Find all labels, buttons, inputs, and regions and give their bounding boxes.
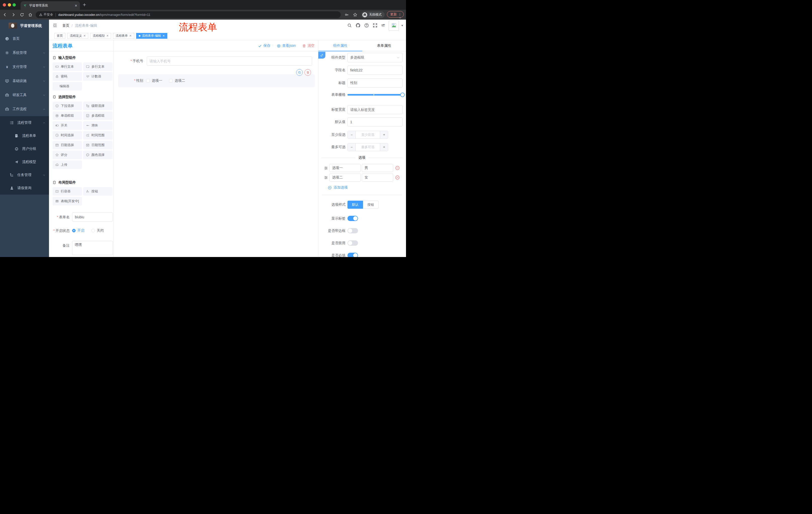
toggle-是否必填[interactable]	[347, 253, 358, 257]
new-tab-button[interactable]	[82, 3, 86, 7]
palette-item-日期选择[interactable]: 日期选择	[53, 141, 82, 150]
tag-close-icon[interactable]: ✕	[83, 34, 86, 37]
palette-item-下拉选择[interactable]: 下拉选择	[53, 102, 82, 110]
palette-item-时间范围[interactable]: 时间范围	[83, 131, 113, 140]
palette-item-滑块[interactable]: 滑块	[83, 121, 113, 130]
palette-item-行容器[interactable]: 行容器	[53, 187, 82, 196]
tag-close-icon[interactable]: ✕	[163, 34, 165, 37]
component-type-select[interactable]: 多选框组	[347, 53, 403, 62]
fullscreen-icon[interactable]	[373, 23, 377, 28]
tag-close-icon[interactable]: ✕	[106, 34, 109, 37]
style-default-button[interactable]: 默认	[347, 201, 363, 209]
phone-field-input[interactable]	[147, 56, 312, 65]
palette-item-时间选择[interactable]: 时间选择	[53, 131, 82, 140]
status-off-radio[interactable]: 关闭	[91, 228, 104, 233]
palette-item-编辑器[interactable]: 编辑器	[53, 82, 82, 90]
browser-update-button[interactable]: 更新	[387, 11, 404, 18]
bookmark-star-icon[interactable]	[353, 12, 357, 17]
sidebar-item-工作流程[interactable]: 工作流程	[0, 102, 49, 116]
back-icon[interactable]	[3, 12, 7, 17]
title-input[interactable]	[347, 78, 403, 87]
field-name-input[interactable]	[347, 65, 403, 75]
sidebar-item-首页[interactable]: 首页	[0, 32, 49, 46]
font-size-icon[interactable]: ᴛT	[381, 23, 385, 27]
stepper-plus-button[interactable]: ＋	[380, 143, 388, 151]
selected-component-gender[interactable]: *性别 选项一 选项二	[118, 74, 315, 87]
drag-handle-icon[interactable]	[324, 166, 328, 170]
palette-item-按钮[interactable]: 按钮	[83, 187, 113, 196]
browser-tab[interactable]: 芋道管理系统 ✕	[21, 1, 80, 10]
tag-流程表单-编辑[interactable]: 流程表单-编辑✕	[136, 33, 167, 39]
palette-item-计数器[interactable]: 123计数器	[83, 72, 113, 81]
palette-item-级联选择[interactable]: 级联选择	[83, 102, 113, 110]
gender-option-2-checkbox[interactable]: 选项二	[169, 78, 185, 83]
password-key-icon[interactable]	[345, 12, 349, 17]
sidebar-item-研发工具[interactable]: 研发工具	[0, 88, 49, 102]
toggle-显示标签[interactable]	[347, 216, 358, 221]
tag-首页[interactable]: 首页	[54, 33, 65, 39]
help-icon[interactable]	[364, 23, 369, 28]
drag-handle-icon[interactable]	[324, 176, 328, 180]
search-icon[interactable]	[347, 23, 352, 28]
sidebar-item-流程管理[interactable]: 流程管理	[0, 116, 49, 129]
sidebar-item-基础设施[interactable]: 基础设施	[0, 74, 49, 88]
palette-item-单选框组[interactable]: 单选框组	[53, 111, 82, 120]
form-remark-textarea[interactable]: 嘿嘿	[72, 241, 113, 255]
tag-流程表单[interactable]: 流程表单✕	[113, 33, 134, 39]
toggle-是否禁用[interactable]	[347, 240, 358, 246]
option-label-input[interactable]	[329, 173, 361, 182]
palette-item-评分[interactable]: 评分	[53, 151, 82, 159]
option-value-input[interactable]	[362, 164, 393, 172]
copy-component-button[interactable]	[296, 69, 303, 76]
option-label-input[interactable]	[329, 164, 361, 172]
toggle-是否带边框[interactable]	[347, 228, 358, 233]
github-icon[interactable]	[356, 23, 360, 28]
option-value-input[interactable]	[362, 173, 393, 182]
avatar[interactable]	[389, 20, 399, 31]
form-grid-slider[interactable]	[347, 91, 403, 99]
stepper-minus-button[interactable]: −	[348, 143, 356, 151]
min-select-placeholder[interactable]: 至少应选	[356, 131, 380, 139]
palette-item-单行文本[interactable]: 单行文本	[53, 62, 82, 71]
max-select-placeholder[interactable]: 最多可选	[356, 143, 380, 151]
avatar-caret-icon[interactable]: ▼	[401, 24, 404, 27]
palette-item-日期范围[interactable]: 日期范围	[83, 141, 113, 150]
tab-close-icon[interactable]: ✕	[75, 4, 77, 7]
remove-option-button[interactable]	[395, 175, 400, 180]
palette-item-上传[interactable]: 上传	[53, 160, 82, 169]
delete-component-button[interactable]	[304, 69, 311, 76]
sidebar-item-请假查询[interactable]: 请假查询	[0, 182, 49, 195]
home-icon[interactable]	[28, 12, 32, 17]
clear-button[interactable]: 清空	[302, 44, 315, 48]
stepper-plus-button[interactable]: ＋	[380, 131, 388, 139]
sidebar-item-流程模型[interactable]: 流程模型	[0, 155, 49, 168]
close-window-button[interactable]	[3, 3, 6, 6]
tag-流程模型[interactable]: 流程模型✕	[90, 33, 111, 39]
palette-item-多选框组[interactable]: 多选框组	[83, 111, 113, 120]
address-bar[interactable]: 不安全 dashboard.yudao.iocoder.cn/bpm/manag…	[36, 11, 341, 18]
sidebar-item-流程表单[interactable]: 流程表单	[0, 129, 49, 142]
gender-option-1-checkbox[interactable]: 选项一	[146, 78, 162, 83]
form-name-input[interactable]	[72, 213, 113, 221]
minimize-window-button[interactable]	[8, 3, 11, 6]
palette-item-颜色选择[interactable]: 颜色选择	[83, 151, 113, 159]
stepper-minus-button[interactable]: −	[348, 131, 356, 139]
status-on-radio[interactable]: 开启	[72, 228, 84, 233]
palette-item-表格[开发中][interactable]: 表格[开发中]	[53, 197, 82, 206]
slider-handle[interactable]	[400, 92, 405, 97]
not-secure-badge[interactable]: 不安全	[39, 12, 53, 17]
sidebar-item-支付管理[interactable]: ¥支付管理	[0, 60, 49, 74]
save-button[interactable]: 保存	[258, 44, 270, 48]
palette-item-多行文本[interactable]: 多行文本	[83, 62, 113, 71]
tag-流程定义[interactable]: 流程定义✕	[67, 33, 88, 39]
remove-option-button[interactable]	[395, 166, 400, 170]
palette-item-密码[interactable]: 密码	[53, 72, 82, 81]
browser-menu-icon[interactable]	[398, 13, 402, 16]
tab-component-props[interactable]: 组件属性	[318, 40, 362, 51]
forward-icon[interactable]	[11, 12, 16, 17]
reload-icon[interactable]	[20, 12, 24, 17]
sidebar-item-用户分组[interactable]: 用户分组	[0, 142, 49, 155]
view-json-button[interactable]: 查看json	[277, 44, 296, 48]
add-option-button[interactable]: 添加选项	[328, 185, 403, 190]
tab-form-props[interactable]: 表单属性	[362, 40, 406, 51]
